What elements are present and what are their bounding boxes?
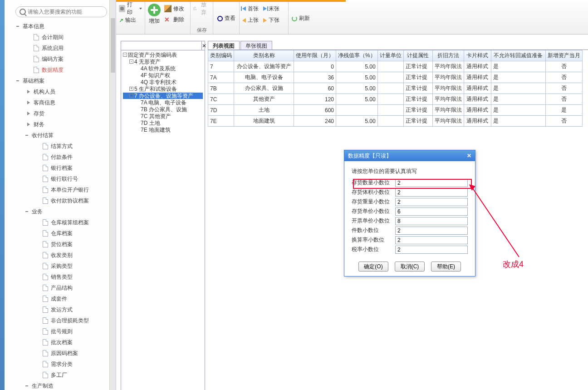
nav-leaf[interactable]: 本单位开户银行 [9,184,114,195]
table-row[interactable]: 7E地面建筑2405.00正常计提平均年限法通用样式是否 [208,116,583,127]
nav-leaf-sys-enable[interactable]: 系统启用 [9,43,114,54]
nav-sub-fin[interactable]: 财务 [9,119,114,130]
tree-node[interactable]: 7C 其他资产 [123,113,203,119]
dialog-titlebar[interactable]: 数据精度【只读】 ✕ [344,150,475,161]
expand-icon[interactable]: - [129,94,133,98]
table-row[interactable]: 7A电脑、电子设备365.00正常计提平均年限法通用样式是否 [208,72,583,83]
nav-leaf[interactable]: 银行档案 [9,163,114,173]
dialog-close-button[interactable]: ✕ [467,153,471,159]
left-scrollbar[interactable] [109,0,116,390]
nav-sub-cust[interactable]: 客商信息 [9,97,114,108]
discard-button[interactable]: ⎌放弃 [193,4,210,14]
nav-leaf-code-scheme[interactable]: 编码方案 [9,54,114,64]
field-input[interactable] [395,246,468,254]
tree-node[interactable]: 4A 软件及系统 [123,65,203,72]
nav-leaf[interactable]: 银行联行号 [9,173,114,184]
nav-leaf[interactable]: 收付款协议档案 [9,195,114,206]
nav-sub-stock[interactable]: 存货 [9,108,114,119]
grid-header[interactable]: 新增资产当月 [545,50,582,61]
tree-node[interactable]: -固定资产分类编码表 [123,52,203,58]
tree-node[interactable]: -4 无形资产 [123,59,203,65]
grid-header[interactable]: 折旧方法 [432,50,464,61]
table-row[interactable]: 7B办公家具、设施605.00正常计提平均年限法通用样式是否 [208,83,583,94]
grid-header[interactable]: 净残值率（%） [336,50,378,61]
grid-header[interactable]: 计提属性 [403,50,432,61]
table-row[interactable]: 7C其他资产1205.00正常计提平均年限法通用样式是否 [208,94,583,105]
nav-leaf[interactable]: 收发类别 [9,250,114,261]
nav-leaf-data-precision[interactable]: 数据精度 [9,64,114,75]
delete-button[interactable]: 删除 [164,15,184,25]
field-input[interactable] [395,227,468,235]
nav-group-basic-info[interactable]: 基本信息 [9,21,114,32]
field-input[interactable] [395,217,468,225]
tree-node[interactable]: 7A 电脑、电子设备 [123,99,203,106]
grid-header[interactable]: 计量单位 [377,50,403,61]
search-input[interactable] [28,9,103,15]
tree-node[interactable]: 4F 知识产权 [123,72,203,79]
nav-group-prod[interactable]: 生产制造 [9,380,114,388]
expand-icon[interactable]: + [129,87,133,91]
nav-leaf[interactable]: 货位档案 [9,239,114,250]
tree-node[interactable]: 4Q 非专利技术 [123,79,203,85]
ok-button[interactable]: 确定(O) [358,262,388,272]
nav-leaf[interactable]: 仓库档案 [9,228,114,239]
nav-leaf[interactable]: 仓库核算组档案 [9,217,114,228]
nav-leaf[interactable]: 原因码档案 [9,348,114,359]
field-input[interactable] [395,198,468,206]
grid-header[interactable]: 卡片样式 [464,50,491,61]
expand-icon[interactable]: - [129,59,133,64]
tree-node[interactable]: 7B 办公家具、设施 [123,106,203,113]
field-input[interactable] [395,207,468,216]
nav-leaf[interactable]: 发运方式 [9,304,114,315]
field-input[interactable] [395,188,468,197]
help-button[interactable]: 帮助(E) [431,262,461,272]
view-button[interactable]: 查看 [217,14,235,24]
field-input[interactable] [395,236,468,244]
grid-header[interactable]: 类别编码 [208,50,234,61]
doc-icon [43,306,48,313]
grid-header[interactable]: 类别名称 [234,50,294,61]
export-button[interactable]: ↗输出 [119,15,136,25]
tree-node[interactable]: 7E 地面建筑 [123,127,203,133]
prev-button[interactable]: 上张 [242,15,259,25]
tree-node[interactable]: 7D 土地 [123,120,203,126]
nav-leaf[interactable]: 销售类型 [9,272,114,282]
nav-leaf[interactable]: 结算方式 [9,141,114,152]
next-button[interactable]: 下张 [263,15,279,25]
nav-group-basic-file[interactable]: 基础档案 [9,75,114,86]
expand-icon[interactable]: - [123,53,127,57]
tree-filter-close[interactable]: ✕ [201,41,206,50]
nav-leaf[interactable]: 批号规则 [9,326,114,337]
add-button[interactable]: 增加 [148,4,161,25]
grid-header[interactable]: 不允许转回减值准备 [491,50,545,61]
cancel-button[interactable]: 取消(C) [395,262,425,272]
tree-node[interactable]: +5 生产和试验设备 [123,86,203,92]
print-button[interactable]: 打印 [119,4,142,14]
modify-button[interactable]: 修改 [164,4,184,14]
table-row[interactable]: 7D土地600正常计提平均年限法通用样式是是 [208,105,583,116]
grid-header[interactable]: 使用年限（月） [294,50,336,61]
search-box[interactable] [15,6,107,17]
nav-leaf[interactable]: 付款条件 [9,152,114,163]
tree-filter-input[interactable] [121,41,201,50]
tree-node[interactable]: -7 办公设备、设施等资产 [123,93,203,99]
nav-leaf[interactable]: 批次档案 [9,337,114,348]
nav-leaf[interactable]: 采购类型 [9,261,114,272]
scrollbar-thumb[interactable] [111,18,115,73]
nav-leaf-acct-period[interactable]: 会计期间 [9,32,114,43]
nav-leaf[interactable]: 成套件 [9,293,114,304]
tab-single-view[interactable]: 单张视图 [240,41,272,50]
tab-list-view[interactable]: 列表视图 [208,41,240,50]
nav-leaf[interactable]: 多工厂 [9,370,114,380]
first-button[interactable]: 首张 [242,4,259,14]
nav-group-biz[interactable]: 业务 [9,206,114,217]
last-button[interactable]: 末张 [263,4,279,14]
nav-leaf[interactable]: 需求分类 [9,359,114,370]
table-row[interactable]: 7办公设备、设施等资产05.00正常计提平均年限法通用样式是否 [208,61,583,72]
nav-sub-org[interactable]: 机构人员 [9,86,114,97]
nav-group-pay[interactable]: 收付结算 [9,130,114,141]
field-input[interactable] [395,179,468,187]
nav-leaf[interactable]: 非合理损耗类型 [9,315,114,326]
refresh-button[interactable]: 刷新 [292,14,310,24]
nav-leaf[interactable]: 产品结构 [9,282,114,293]
